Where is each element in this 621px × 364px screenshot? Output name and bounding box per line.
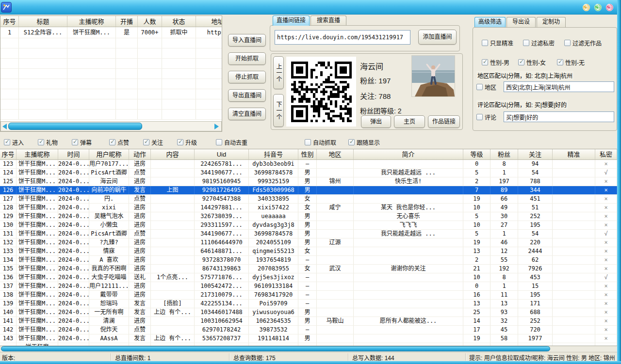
column-header[interactable]: 状态 [162,16,196,27]
tab-live-link[interactable]: 直播间链接 [273,16,310,26]
tab-export-settings[interactable]: 导出设置 [507,17,536,27]
scroll-left-icon[interactable] [2,124,7,129]
event-follow-checkbox[interactable]: 关注 [143,138,163,146]
homepage-button[interactable]: 主页 [394,115,425,128]
table-row[interactable]: 125饼干狂魔M...2024-0...海云间进房981951609459993… [0,177,617,186]
table-row[interactable]: 133饼干狂魔M...2024-0...情寐进房646148871...qing… [0,247,617,256]
column-header[interactable]: 地区 [317,149,354,159]
column-header[interactable]: 粉丝 [490,149,518,159]
import-rooms-button[interactable]: 导入直播间 [228,34,266,47]
room-url-input[interactable] [275,30,410,45]
window-control-red[interactable] [606,4,613,11]
table-row[interactable]: 127饼干狂魔M...2024-0...円.点赞9270454738834033… [0,195,617,204]
window-control-green[interactable] [594,4,602,11]
event-gift-checkbox[interactable]: 礼物 [38,138,58,146]
table-row[interactable]: 142饼干狂魔M...2024-0...倪炸天点赞629701782423987… [0,326,617,334]
column-header[interactable]: 内容 [151,149,195,159]
table-row[interactable]: 137饼干狂魔M...2024-0...用户12111...进房10054247… [0,282,617,291]
table-row[interactable]: 1S12全阵容...饼干狂魔M...是7000+抓取中https: [0,27,222,38]
comment-input[interactable] [504,111,614,122]
popup-button[interactable]: 弹出 [361,115,391,128]
region-checkbox[interactable]: 地区 [476,83,496,91]
table-row[interactable]: 131饼干狂魔M...2024-0...PicsArt酒卿点赞344190677… [0,230,617,238]
next-room-button[interactable]: 下一个 [273,94,284,127]
scrollbar-thumb[interactable] [1,346,550,351]
event-danmaku-checkbox[interactable]: 弹幕 [72,138,92,146]
filter-private-checkbox[interactable]: 过滤私密 [523,39,555,47]
column-header[interactable]: 序号 [0,16,19,27]
table-cell [553,282,595,290]
region-input[interactable] [504,81,614,92]
tab-advanced-filter[interactable]: 高级筛选 [474,17,506,27]
table-row[interactable]: 128饼干狂魔M...2024-0...xixi进房144297881...xi… [0,204,617,212]
column-header[interactable]: 关注 [518,149,553,159]
table-cell: 戴带带 [89,291,129,299]
column-header[interactable]: 标题 [19,16,67,27]
table-row[interactable]: 132饼干狂魔M...2024-0...?九臻?进房11106464497020… [0,238,617,247]
gender-female-checkbox[interactable]: 性别-女 [518,58,546,66]
table-row[interactable]: 134饼干狂魔M...2024-0...A 喜欢进房93728378070193… [0,256,617,265]
table-row[interactable]: 126饼干狂魔M...2024-0...向前冲的蜗牛发言上图9298172649… [0,186,617,195]
column-header[interactable]: 私密 [595,149,617,159]
stop-capture-button[interactable]: 停止抓取 [228,71,266,83]
column-header[interactable]: 主播昵称 [67,16,116,27]
clear-rooms-button[interactable]: 清空直播间 [228,108,266,120]
column-header[interactable]: 用户昵称 [89,149,129,159]
column-header[interactable]: 序号 [0,149,16,159]
main-hscrollbar[interactable] [0,346,617,352]
start-capture-button[interactable]: 开始抓取 [228,52,266,65]
column-header[interactable]: 地址 [196,16,222,27]
status-tip: 提示: 用户信息拉取成功!昵称: 海云间 性别: 男 地区: 锦州 [469,353,615,362]
follow-display-checkbox[interactable]: 跟随显示 [348,138,380,146]
table-cell: 饼干狂魔M... [16,273,58,282]
filter-noworks-checkbox[interactable]: 过滤无作品 [564,39,602,47]
event-upgrade-checkbox[interactable]: 升级 [177,138,197,146]
tab-search-room[interactable]: 搜索直播间 [310,16,346,26]
window-control-gold[interactable] [583,4,590,11]
event-like-checkbox[interactable]: 点赞 [109,138,129,146]
table-row[interactable]: 138饼干狂魔M...2024-0...戴带带进房217310079...769… [0,291,617,300]
column-header[interactable]: 等级 [463,149,490,159]
column-header[interactable]: 精准 [553,149,595,159]
add-room-button[interactable]: 添加直播间 [418,30,457,45]
table-cell [151,282,195,290]
prev-room-button[interactable]: 上一个 [273,56,284,89]
table-row[interactable]: 124饼干狂魔M...2024-0...PicsArt酒卿点赞344190677… [0,169,617,177]
column-header[interactable]: 时间 [58,149,89,159]
event-enter-checkbox[interactable]: 进入 [4,138,24,146]
table-cell: 94 [518,160,553,168]
export-rooms-button[interactable]: 导出直播间 [228,89,266,102]
table-row[interactable]: 135饼干狂魔M...2024-0...我真的不困啊进房867431398632… [0,265,617,273]
table-row[interactable]: 130饼干狂魔M...2024-0...小懒虫进房293311597...dyv… [0,221,617,230]
rooms-hscrollbar[interactable] [0,121,222,131]
table-row[interactable]: 140饼干狂魔M...2024-0...一无所有啊发言上边 有个...10344… [0,308,617,317]
column-header[interactable]: 主播昵称 [16,149,58,159]
comment-checkbox[interactable]: 评论 [476,113,496,121]
column-header[interactable]: 开播 [116,16,138,27]
gender-male-checkbox[interactable]: 性别-男 [482,58,509,66]
table-cell [116,110,138,119]
table-row[interactable]: 123饼干狂魔M...2024-0...用户70177...进房22426578… [0,160,617,169]
column-header[interactable]: 简介 [354,149,463,159]
table-cell [162,69,196,79]
column-header[interactable]: 人数 [138,16,162,27]
works-link-button[interactable]: 作品链接 [428,115,460,128]
table-row[interactable]: 143饼干狂魔M...2024-0...AAssA发言上边 有个...53657… [0,334,617,343]
table-cell: 2024-0... [58,160,89,168]
table-cell: 39873532 [249,326,298,334]
scrollbar-thumb[interactable] [8,123,142,130]
scroll-right-icon[interactable] [214,124,219,129]
column-header[interactable]: 动作 [129,149,151,159]
table-row[interactable]: 129饼干狂魔M...2024-0...吴糖气泡水进房326738039...u… [0,212,617,221]
gender-none-checkbox[interactable]: 性别-无 [557,58,585,66]
auto-capture-checkbox[interactable]: 自动抓取 [305,138,336,146]
column-header[interactable]: 抖音号 [249,149,298,159]
filter-precise-checkbox[interactable]: 只显精准 [482,39,513,47]
column-header[interactable]: 性别 [298,149,317,159]
column-header[interactable]: Uid [195,149,249,159]
table-row[interactable]: 139饼干狂魔M...2024-0...恕瑞玛发言[捂脸]422255134..… [0,300,617,308]
table-row[interactable]: 141饼干狂魔M...2024-0...清澜进房1003106629541062… [0,317,617,326]
auto-dedupe-checkbox[interactable]: 自动去重 [216,138,247,146]
table-row[interactable]: 136饼干狂魔M...2024-0...大虫子吃喵喵送礼1个点亮...57577… [0,273,617,282]
tab-custom-functions[interactable]: 定制功能 [537,17,566,27]
